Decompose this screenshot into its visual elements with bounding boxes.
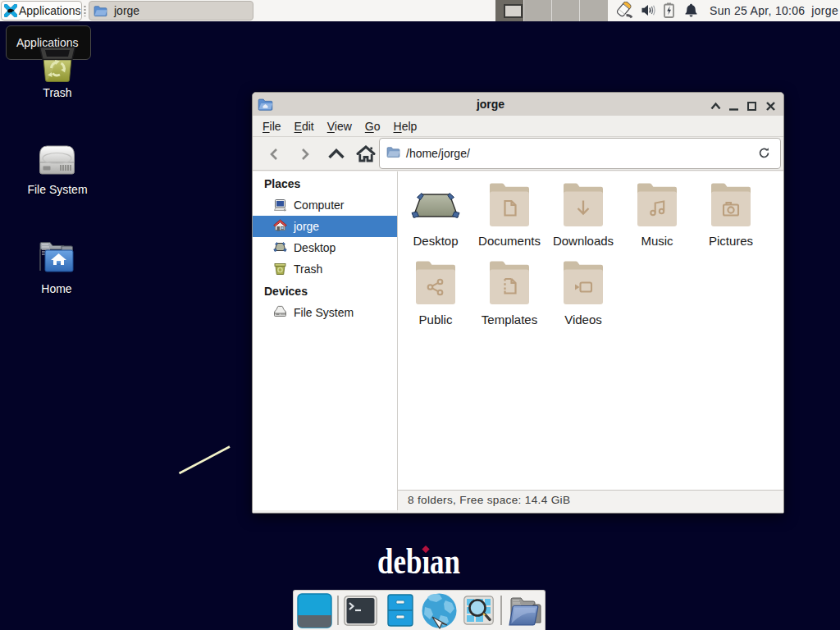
svg-text:debıan: debıan bbox=[377, 541, 460, 582]
